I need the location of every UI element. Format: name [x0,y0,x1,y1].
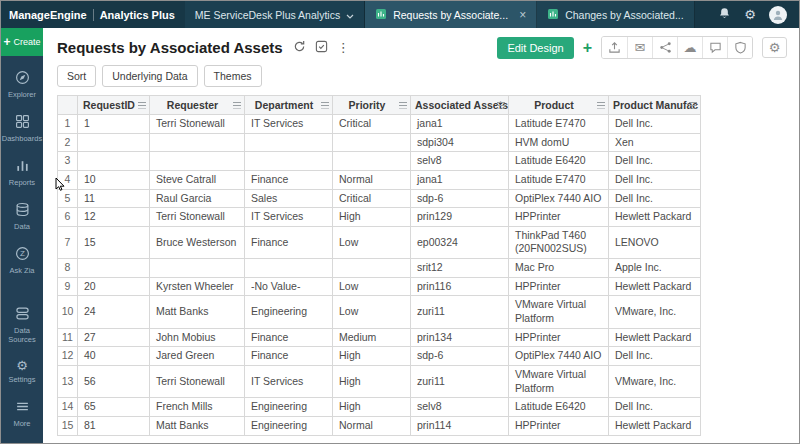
table-cell[interactable]: Sales [245,189,333,208]
column-menu-icon[interactable] [689,102,697,109]
table-cell[interactable]: Normal [333,416,411,435]
table-cell[interactable]: Latitude E7470 [509,170,609,189]
shield-icon[interactable] [727,37,752,58]
themes-button[interactable]: Themes [204,65,262,87]
table-cell[interactable]: 15 [78,226,150,258]
table-cell[interactable]: High [333,398,411,417]
column-menu-icon[interactable] [233,102,241,109]
table-cell[interactable]: 65 [78,398,150,417]
table-row[interactable]: 1581Matt BanksEngineeringNormalprin114HP… [58,416,701,435]
table-cell[interactable]: Terri Stonewall [150,115,245,134]
table-cell[interactable]: OptiPlex 7440 AIO [509,189,609,208]
table-cell[interactable] [78,152,150,171]
column-header-department[interactable]: Department [245,96,333,115]
table-row[interactable]: 1240Jared GreenFinanceHighsdp-6OptiPlex … [58,347,701,366]
table-cell[interactable]: HVM domU [509,133,609,152]
table-cell[interactable]: Terri Stonewall [150,208,245,227]
table-cell[interactable] [150,152,245,171]
table-row[interactable]: 1356Terri StonewallIT ServicesHighzuri11… [58,365,701,397]
column-header-requester[interactable]: Requester [150,96,245,115]
table-cell[interactable]: srit12 [411,259,509,278]
table-cell[interactable]: Latitude E6420 [509,152,609,171]
table-cell[interactable]: Raul Garcia [150,189,245,208]
table-cell[interactable]: Dell Inc. [609,152,701,171]
table-cell[interactable]: Latitude E6420 [509,398,609,417]
column-header-product-manufacturer[interactable]: Product Manufac [609,96,701,115]
table-cell[interactable]: HPPrinter [509,328,609,347]
table-cell[interactable]: 1 [78,115,150,134]
table-cell[interactable] [78,133,150,152]
table-cell[interactable]: Critical [333,189,411,208]
table-cell[interactable]: -No Value- [245,277,333,296]
table-cell[interactable]: 20 [78,277,150,296]
column-header-product[interactable]: Product [509,96,609,115]
table-cell[interactable]: HPPrinter [509,277,609,296]
table-cell[interactable]: 10 [78,170,150,189]
table-cell[interactable]: LENOVO [609,226,701,258]
table-cell[interactable] [78,259,150,278]
table-cell[interactable]: 40 [78,347,150,366]
refresh-icon[interactable] [293,39,306,57]
table-cell[interactable]: Terri Stonewall [150,365,245,397]
sort-button[interactable]: Sort [57,65,96,87]
table-cell[interactable]: Low [333,277,411,296]
column-menu-icon[interactable] [597,102,605,109]
table-row[interactable]: 1127John MobiusFinanceMediumprin134HPPri… [58,328,701,347]
table-cell[interactable]: Steve Catrall [150,170,245,189]
user-avatar[interactable] [769,6,787,24]
table-cell[interactable]: selv8 [411,398,509,417]
table-cell[interactable] [150,133,245,152]
table-cell[interactable]: 11 [78,189,150,208]
create-button[interactable]: + Create [1,28,43,56]
sidebar-item-ask-zia[interactable]: Z Ask Zia [1,238,43,282]
table-cell[interactable]: Mac Pro [509,259,609,278]
table-cell[interactable]: Latitude E7470 [509,115,609,134]
table-cell[interactable]: jana1 [411,170,509,189]
table-cell[interactable]: sdp-6 [411,189,509,208]
column-menu-icon[interactable] [321,102,329,109]
table-cell[interactable] [245,133,333,152]
table-cell[interactable]: sdpi304 [411,133,509,152]
underlying-data-button[interactable]: Underlying Data [102,65,197,87]
bell-icon[interactable] [718,6,731,24]
cloud-icon[interactable]: ☁ [677,37,702,58]
table-cell[interactable]: Engineering [245,296,333,328]
table-cell[interactable]: Finance [245,170,333,189]
table-cell[interactable]: Dell Inc. [609,115,701,134]
table-row[interactable]: 612Terri StonewallIT ServicesHighprin129… [58,208,701,227]
export-icon[interactable] [602,37,627,58]
table-cell[interactable]: prin114 [411,416,509,435]
table-row[interactable]: 1024Matt BanksEngineeringLowzuri11VMware… [58,296,701,328]
table-cell[interactable]: HPPrinter [509,416,609,435]
table-cell[interactable]: High [333,208,411,227]
table-cell[interactable]: Apple Inc. [609,259,701,278]
table-cell[interactable]: ep00324 [411,226,509,258]
sidebar-item-more[interactable]: More [1,391,43,435]
workspace-selector-tab[interactable]: ME ServiceDesk Plus Analytics [185,1,365,28]
table-cell[interactable]: IT Services [245,208,333,227]
table-cell[interactable]: Dell Inc. [609,189,701,208]
table-cell[interactable]: VMware, Inc. [609,365,701,397]
table-cell[interactable]: Jared Green [150,347,245,366]
table-row[interactable]: 8srit12Mac ProApple Inc. [58,259,701,278]
table-cell[interactable]: Engineering [245,398,333,417]
table-cell[interactable]: zuri11 [411,296,509,328]
column-header-requestid[interactable]: RequestID [78,96,150,115]
table-cell[interactable]: Low [333,296,411,328]
table-cell[interactable]: prin129 [411,208,509,227]
table-cell[interactable]: jana1 [411,115,509,134]
table-cell[interactable]: Dell Inc. [609,398,701,417]
add-icon[interactable]: + [583,40,592,56]
table-cell[interactable] [333,152,411,171]
table-cell[interactable]: 27 [78,328,150,347]
table-cell[interactable]: zuri11 [411,365,509,397]
table-row[interactable]: 410Steve CatrallFinanceNormaljana1Latitu… [58,170,701,189]
tab-requests-by-associated-assets[interactable]: Requests by Associate... × [365,1,537,28]
table-cell[interactable]: Matt Banks [150,416,245,435]
table-cell[interactable] [245,259,333,278]
table-cell[interactable]: ThinkPad T460 (20FN002SUS) [509,226,609,258]
column-menu-icon[interactable] [399,102,407,109]
table-cell[interactable]: Matt Banks [150,296,245,328]
table-cell[interactable]: Bruce Westerson [150,226,245,258]
table-cell[interactable]: Finance [245,226,333,258]
